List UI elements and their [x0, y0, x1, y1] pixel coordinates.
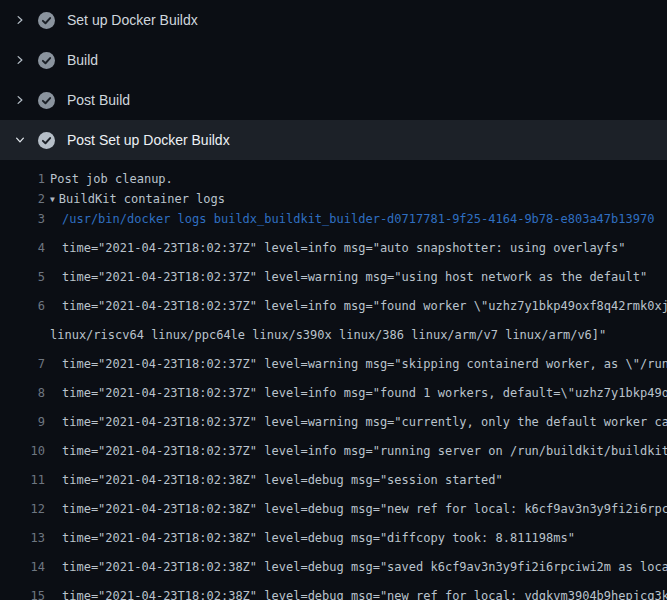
line-number[interactable]: 13: [0, 528, 45, 548]
chevron-right-icon: [12, 14, 28, 26]
log-text: time="2021-04-23T18:02:38Z" level=debug …: [45, 557, 667, 577]
log-text: time="2021-04-23T18:02:38Z" level=debug …: [45, 470, 503, 490]
line-number: [0, 325, 45, 345]
log-text: linux/riscv64 linux/ppc64le linux/s390x …: [45, 325, 606, 345]
line-number[interactable]: 14: [0, 557, 45, 577]
command-text: /usr/bin/docker logs buildx_buildkit_bui…: [45, 209, 654, 229]
log-line: 6time="2021-04-23T18:02:37Z" level=info …: [0, 287, 667, 316]
log-line: 9time="2021-04-23T18:02:37Z" level=warni…: [0, 403, 667, 432]
log-line: linux/riscv64 linux/ppc64le linux/s390x …: [0, 316, 667, 345]
line-number[interactable]: 15: [0, 586, 45, 600]
log-text: time="2021-04-23T18:02:37Z" level=warnin…: [45, 354, 667, 374]
success-check-icon: [37, 132, 55, 149]
log-line: 15time="2021-04-23T18:02:38Z" level=debu…: [0, 577, 667, 600]
log-line: 5time="2021-04-23T18:02:37Z" level=warni…: [0, 258, 667, 287]
step-title: Set up Docker Buildx: [67, 12, 198, 28]
log-text: time="2021-04-23T18:02:38Z" level=debug …: [45, 499, 667, 519]
line-number[interactable]: 1: [0, 169, 45, 189]
log-line: 4time="2021-04-23T18:02:37Z" level=info …: [0, 229, 667, 258]
group-label: BuildKit container logs: [59, 192, 225, 206]
log-text: time="2021-04-23T18:02:37Z" level=warnin…: [45, 412, 667, 432]
log-text: time="2021-04-23T18:02:37Z" level=warnin…: [45, 267, 647, 287]
log-text: Post job cleanup.: [45, 169, 173, 189]
log-text: time="2021-04-23T18:02:38Z" level=debug …: [45, 586, 667, 600]
line-number[interactable]: 4: [0, 238, 45, 258]
line-number[interactable]: 5: [0, 267, 45, 287]
step-title: Post Set up Docker Buildx: [67, 132, 230, 148]
log-text: time="2021-04-23T18:02:37Z" level=info m…: [45, 441, 667, 461]
line-number[interactable]: 2: [0, 189, 45, 209]
log-line: 3/usr/bin/docker logs buildx_buildkit_bu…: [0, 209, 667, 229]
step-title: Post Build: [67, 92, 130, 108]
line-number[interactable]: 7: [0, 354, 45, 374]
step-row-build[interactable]: Build: [0, 40, 667, 80]
step-title: Build: [67, 52, 98, 68]
chevron-right-icon: [12, 54, 28, 66]
line-number[interactable]: 8: [0, 383, 45, 403]
log-line: 1Post job cleanup.: [0, 169, 667, 189]
line-number[interactable]: 3: [0, 209, 45, 229]
log-text: time="2021-04-23T18:02:37Z" level=info m…: [45, 296, 667, 316]
line-number[interactable]: 10: [0, 441, 45, 461]
log-text: time="2021-04-23T18:02:37Z" level=info m…: [45, 238, 626, 258]
success-check-icon: [37, 92, 55, 109]
log-line: 8time="2021-04-23T18:02:37Z" level=info …: [0, 374, 667, 403]
success-check-icon: [37, 52, 55, 69]
log-line: 11time="2021-04-23T18:02:38Z" level=debu…: [0, 461, 667, 490]
chevron-right-icon: [12, 94, 28, 106]
log-line: 2▼BuildKit container logs: [0, 189, 667, 209]
log-line: 12time="2021-04-23T18:02:38Z" level=debu…: [0, 490, 667, 519]
log-text: time="2021-04-23T18:02:38Z" level=debug …: [45, 528, 575, 548]
log-text: time="2021-04-23T18:02:37Z" level=info m…: [45, 383, 667, 403]
line-number[interactable]: 6: [0, 296, 45, 316]
log-group-header[interactable]: ▼BuildKit container logs: [45, 189, 225, 209]
step-row-set-up-docker-buildx[interactable]: Set up Docker Buildx: [0, 0, 667, 40]
step-list: Set up Docker Buildx Build Post Build Po…: [0, 0, 667, 160]
log-lines: 1Post job cleanup.2▼BuildKit container l…: [0, 160, 667, 600]
step-row-post-build[interactable]: Post Build: [0, 80, 667, 120]
line-number[interactable]: 9: [0, 412, 45, 432]
log-line: 7time="2021-04-23T18:02:37Z" level=warni…: [0, 345, 667, 374]
log-line: 14time="2021-04-23T18:02:38Z" level=debu…: [0, 548, 667, 577]
step-row-post-set-up-docker-buildx[interactable]: Post Set up Docker Buildx: [0, 120, 667, 160]
line-number[interactable]: 12: [0, 499, 45, 519]
log-line: 13time="2021-04-23T18:02:38Z" level=debu…: [0, 519, 667, 548]
group-collapse-icon[interactable]: ▼: [50, 190, 55, 210]
log-line: 10time="2021-04-23T18:02:37Z" level=info…: [0, 432, 667, 461]
chevron-down-icon: [12, 134, 28, 146]
line-number[interactable]: 11: [0, 470, 45, 490]
success-check-icon: [37, 12, 55, 29]
